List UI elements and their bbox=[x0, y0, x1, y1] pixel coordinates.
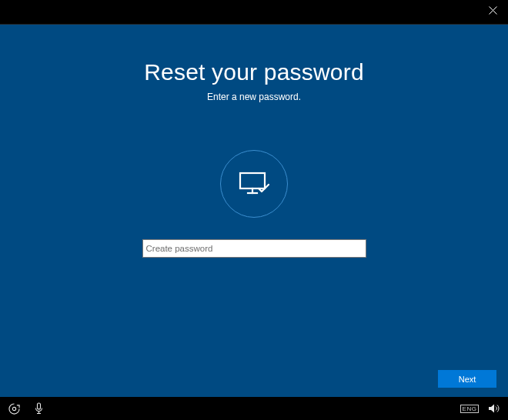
ease-of-access-button[interactable] bbox=[8, 402, 20, 415]
next-button[interactable]: Next bbox=[438, 370, 496, 388]
ease-of-access-icon bbox=[8, 403, 20, 415]
password-input[interactable] bbox=[142, 239, 366, 258]
svg-point-5 bbox=[12, 407, 15, 410]
main-panel: Reset your password Enter a new password… bbox=[0, 25, 508, 397]
svg-rect-6 bbox=[37, 403, 40, 409]
volume-icon bbox=[488, 403, 500, 414]
titlebar bbox=[0, 0, 508, 25]
taskbar-left bbox=[8, 402, 45, 415]
content-area: Reset your password Enter a new password… bbox=[0, 25, 508, 397]
taskbar: ENG bbox=[0, 397, 508, 420]
volume-button[interactable] bbox=[488, 402, 500, 415]
keyboard-layout-button[interactable]: ENG bbox=[463, 402, 476, 415]
device-verified-graphic bbox=[220, 150, 288, 218]
taskbar-right: ENG bbox=[463, 402, 500, 415]
page-title: Reset your password bbox=[144, 59, 364, 85]
svg-rect-2 bbox=[240, 173, 265, 188]
monitor-check-icon bbox=[237, 168, 271, 199]
action-row: Next bbox=[438, 370, 496, 388]
keyboard-layout-indicator: ENG bbox=[460, 405, 480, 413]
page-subtitle: Enter a new password. bbox=[207, 92, 301, 102]
close-button[interactable] bbox=[477, 0, 508, 20]
svg-marker-9 bbox=[489, 405, 494, 413]
microphone-icon bbox=[34, 402, 44, 415]
close-icon bbox=[489, 6, 497, 15]
microphone-button[interactable] bbox=[32, 402, 45, 415]
